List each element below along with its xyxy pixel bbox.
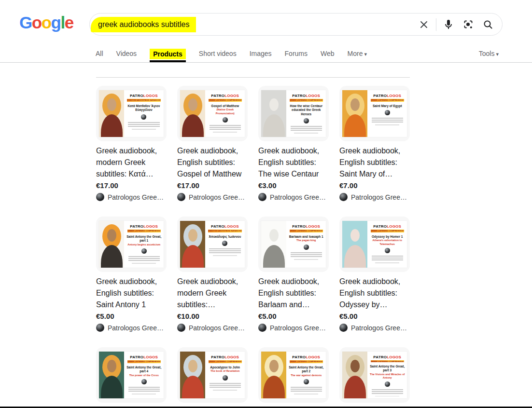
product-title-link[interactable]: Greek audiobook, English subtitles: Sain… [339,145,410,180]
merchant-favicon-icon [258,324,266,332]
product-card[interactable]: PATROLOGOS ΕΝΙΣΧΥΣΗ ΑΚΟΥΣΤΙΚΗΣ ΚΑΤΑΝΟΗΣΗ… [177,217,248,332]
cover-blurb-text [210,383,241,389]
product-card[interactable]: PATROLOGOS GREEK LISTENING COMPREHENSION… [258,86,329,201]
figure-head-shape [107,98,116,110]
tab-videos[interactable]: Videos [116,50,137,58]
tab-all[interactable]: All [96,50,103,58]
product-card[interactable]: PATROLOGOS GREEK LISTENING COMPREHENSION… [339,217,410,332]
tab-short-videos[interactable]: Short videos [199,50,237,58]
clear-icon[interactable] [418,19,430,30]
product-image[interactable]: PATROLOGOS GREEK LISTENING COMPREHENSION… [96,217,167,272]
product-image[interactable]: PATROLOGOS GREEK LISTENING COMPREHENSION… [339,86,410,141]
figure-head-shape [107,229,116,241]
patrologos-brand: PATROLOGOS [211,355,239,359]
globe-logo-icon [304,118,309,123]
cover-art [342,352,367,398]
figure-head-shape [350,98,360,110]
product-card[interactable]: PATROLOGOS ΕΝΙΣΧΥΣΗ ΑΚΟΥΣΤΙΚΗΣ ΚΑΤΑΝΟΗΣΗ… [96,86,167,201]
product-image[interactable]: PATROLOGOS GREEK LISTENING COMPREHENSION… [177,347,248,403]
globe-logo-icon [304,245,309,250]
cover-blurb-text [128,256,160,262]
product-title-link[interactable]: Greek audiobook, modern Greek subtitles:… [96,145,167,180]
figure-head-shape [350,229,360,241]
cover-blurb-text [209,248,240,254]
product-card[interactable]: PATROLOGOS GREEK LISTENING COMPREHENSION… [96,217,167,332]
cover-tagline-bar: ΕΝΙΣΧΥΣΗ ΑΚΟΥΣΤΙΚΗΣ ΚΑΤΑΝΟΗΣΗΣ [208,230,242,232]
product-card[interactable]: PATROLOGOS GREEK LISTENING COMPREHENSION… [339,347,410,408]
mic-icon[interactable] [443,19,454,30]
cover-subtitle: Antony begins asceticism [127,243,160,246]
tab-label: Images [250,50,272,57]
cover-title: How the wise Centaur educated the Greek … [288,104,324,116]
merchant-link[interactable]: Patrologos Gree… [177,324,248,332]
cover-tagline-bar: GREEK LISTENING COMPREHENSION [290,360,323,363]
audiobook-cover: PATROLOGOS GREEK LISTENING COMPREHENSION… [342,221,407,268]
product-title-link[interactable]: Greek audiobook, English subtitles: Odys… [339,276,410,311]
product-image[interactable]: PATROLOGOS GREEK LISTENING COMPREHENSION… [258,86,329,141]
cover-tagline-bar: GREEK LISTENING COMPREHENSION [371,230,404,232]
product-card[interactable]: PATROLOGOS GREEK LISTENING COMPREHENSION… [339,86,410,201]
product-image[interactable]: PATROLOGOS ΕΝΙΣΧΥΣΗ ΑΚΟΥΣΤΙΚΗΣ ΚΑΤΑΝΟΗΣΗ… [96,86,167,141]
cover-copyright-text [213,255,237,256]
merchant-link[interactable]: Patrologos Gree… [96,193,167,201]
merchant-link[interactable]: Patrologos Gree… [339,324,410,332]
patrologos-brand: PATROLOGOS [373,224,401,229]
tools-button[interactable]: Tools▾ [479,50,499,57]
search-icon[interactable] [482,19,494,30]
logo-letter: o [42,13,51,32]
cover-title: Saint Mary of Egypt [373,104,402,108]
merchant-favicon-icon [258,193,266,201]
figure-head-shape [269,98,279,110]
tab-label: Videos [116,50,137,57]
product-image[interactable]: PATROLOGOS GREEK LISTENING COMPREHENSION… [258,217,329,272]
cover-copyright-text [375,262,399,263]
product-grid: PATROLOGOS ΕΝΙΣΧΥΣΗ ΑΚΟΥΣΤΙΚΗΣ ΚΑΤΑΝΟΗΣΗ… [96,86,420,408]
product-card[interactable]: PATROLOGOS GREEK LISTENING COMPREHENSION… [258,217,329,332]
search-input[interactable]: greek audiobooks subtitles [91,17,196,32]
google-logo[interactable]: Google [19,14,73,32]
merchant-link[interactable]: Patrologos Gree… [339,193,410,201]
cover-tagline-bar: ΕΝΙΣΧΥΣΗ ΑΚΟΥΣΤΙΚΗΣ ΚΑΤΑΝΟΗΣΗΣ [127,99,161,102]
product-card[interactable]: PATROLOGOS GREEK LISTENING COMPREHENSION… [177,86,248,201]
product-image[interactable]: PATROLOGOS GREEK LISTENING COMPREHENSION… [96,347,167,403]
product-card[interactable]: PATROLOGOS GREEK LISTENING COMPREHENSION… [177,347,248,408]
product-price: €5.00 [96,312,167,321]
product-image[interactable]: PATROLOGOS GREEK LISTENING COMPREHENSION… [339,217,410,272]
cover-blurb-text [372,256,403,261]
lens-icon[interactable] [462,19,474,30]
cover-tagline-bar: GREEK LISTENING COMPREHENSION [127,360,161,363]
product-title-link[interactable]: Greek audiobook, English subtitles: Gosp… [177,145,248,180]
merchant-link[interactable]: Patrologos Gree… [96,324,167,332]
merchant-link[interactable]: Patrologos Gree… [258,324,329,332]
product-price: €5.00 [339,312,410,321]
product-card[interactable]: PATROLOGOS GREEK LISTENING COMPREHENSION… [96,347,167,408]
product-image[interactable]: PATROLOGOS GREEK LISTENING COMPREHENSION… [177,86,248,141]
product-price: €10.00 [177,312,248,321]
search-bar[interactable]: greek audiobooks subtitles [89,13,503,36]
product-image[interactable]: PATROLOGOS GREEK LISTENING COMPREHENSION… [339,347,410,403]
product-title-link[interactable]: Greek audiobook, English subtitles: Barl… [258,276,329,311]
product-image[interactable]: PATROLOGOS GREEK LISTENING COMPREHENSION… [258,347,329,403]
merchant-link[interactable]: Patrologos Gree… [177,193,248,201]
tab-images[interactable]: Images [250,50,272,58]
product-price: €17.00 [177,181,248,190]
merchant-link[interactable]: Patrologos Gree… [258,193,329,201]
product-title-link[interactable]: Greek audiobook, English subtitles: The … [258,145,329,180]
product-image[interactable]: PATROLOGOS ΕΝΙΣΧΥΣΗ ΑΚΟΥΣΤΙΚΗΣ ΚΑΤΑΝΟΗΣΗ… [177,217,248,272]
cover-subtitle: The pagan king [296,239,316,242]
tab-forums[interactable]: Forums [285,50,308,58]
globe-logo-icon [385,381,390,387]
cover-title: Apocalypse to John [210,366,240,369]
figure-head-shape [269,360,279,372]
tab-web[interactable]: Web [321,50,335,58]
globe-logo-icon [385,248,390,253]
product-title-link[interactable]: Greek audiobook, English subtitles: Sain… [96,276,167,311]
patrologos-brand: PATROLOGOS [292,355,320,359]
audiobook-cover: PATROLOGOS GREEK LISTENING COMPREHENSION… [261,352,326,398]
tab-products[interactable]: Products [150,49,186,59]
merchant-favicon-icon [177,193,185,201]
tab-more[interactable]: More▾ [348,50,367,58]
figure-robe-shape [101,245,123,268]
product-title-link[interactable]: Greek audiobook, modern Greek subtitles:… [177,276,248,311]
product-card[interactable]: PATROLOGOS GREEK LISTENING COMPREHENSION… [258,347,329,408]
